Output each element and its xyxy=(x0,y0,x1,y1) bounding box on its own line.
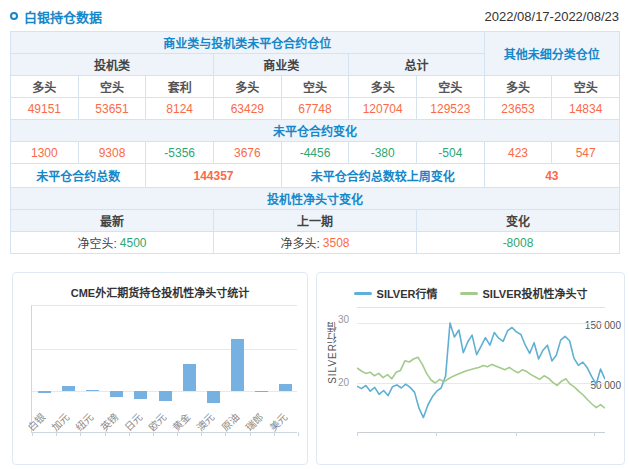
change-value-cell: 423 xyxy=(485,142,553,164)
total-value: 144357 xyxy=(146,164,281,188)
bar-澳元 xyxy=(207,391,220,403)
table-col-header: 多头 xyxy=(349,76,417,98)
net-latest-label: 净空头: xyxy=(77,234,116,251)
position-value-cell: 129523 xyxy=(417,98,485,120)
change-value-cell: -4456 xyxy=(282,142,350,164)
table-col-header: 空头 xyxy=(417,76,485,98)
bar-瑞郎 xyxy=(255,391,268,392)
series-line-SILVER投机性净头寸 xyxy=(357,357,605,408)
positions-table: 商业类与投机类未平仓合约仓位 其他未细分类仓位 投机类 商业类 总计 未平仓合约… xyxy=(10,31,620,254)
total-change-value: 43 xyxy=(485,164,620,188)
table-col-header: 空头 xyxy=(79,76,147,98)
table-col-header: 空头 xyxy=(552,76,620,98)
net-change-value: -8008 xyxy=(417,232,620,254)
change-value-cell: 3676 xyxy=(214,142,282,164)
legend-swatch xyxy=(460,292,478,295)
total-change-label: 未平仓合约总数较上周变化 xyxy=(282,164,485,188)
page: 白银持仓数据 2022/08/17-2022/08/23 商业类与投机类未平仓合… xyxy=(0,0,629,469)
change-value-cell: -380 xyxy=(349,142,417,164)
bar-chart-panel: CME外汇期货持仓投机性净头寸统计 白银加元纽元英镑日元欧元黄金澳元原油瑞郎美元 xyxy=(12,272,308,465)
net-prev-label: 净多头: xyxy=(280,234,319,251)
net-latest-cell: 净空头: 4500 xyxy=(11,232,214,254)
table-col-header: 套利 xyxy=(146,76,214,98)
total-label: 未平仓合约总数 xyxy=(11,164,146,188)
position-value-cell: 49151 xyxy=(11,98,79,120)
bar-美元 xyxy=(279,384,292,392)
net-prev-value: 3508 xyxy=(323,236,350,250)
net-col-header: 上一期 xyxy=(214,210,417,232)
x-axis-tick xyxy=(298,432,299,436)
legend-label: SILVER行情 xyxy=(377,285,438,301)
legend-item-SILVER投机性净头寸[interactable]: SILVER投机性净头寸 xyxy=(460,285,588,301)
change-value-cell: 547 xyxy=(552,142,620,164)
date-range: 2022/08/17-2022/08/23 xyxy=(485,9,619,24)
net-col-header: 最新 xyxy=(11,210,214,232)
position-value-cell: 14834 xyxy=(552,98,620,120)
net-latest-value: 4500 xyxy=(120,236,147,250)
left-axis-tick: 20 xyxy=(323,377,349,388)
table-col-header: 多头 xyxy=(214,76,282,98)
legend-swatch xyxy=(354,292,372,295)
page-title: 白银持仓数据 xyxy=(10,7,102,26)
bar-纽元 xyxy=(86,390,99,391)
legend-label: SILVER投机性净头寸 xyxy=(483,285,588,301)
bar-加元 xyxy=(62,386,75,391)
net-prev-cell: 净多头: 3508 xyxy=(214,232,417,254)
line-chart-panel: SILVER行情SILVER投机性净头寸 SILVER行情 3020150 00… xyxy=(316,272,625,465)
topbar: 白银持仓数据 2022/08/17-2022/08/23 xyxy=(10,6,619,26)
left-axis-title: SILVER行情 xyxy=(325,321,340,384)
position-value-cell: 120704 xyxy=(349,98,417,120)
change-value-cell: 1300 xyxy=(11,142,79,164)
position-value-cell: 53651 xyxy=(79,98,147,120)
bar-原油 xyxy=(231,339,244,391)
bar-白银 xyxy=(38,391,51,392)
line-chart-svg xyxy=(357,308,605,434)
subgroup-commercial: 商业类 xyxy=(214,54,349,76)
change-value-cell: 9308 xyxy=(79,142,147,164)
left-axis-tick: 30 xyxy=(323,314,349,325)
group-header-right: 其他未细分类仓位 xyxy=(485,32,620,76)
position-value-cell: 63429 xyxy=(214,98,282,120)
bar-黄金 xyxy=(183,364,196,391)
change-header: 未平仓合约变化 xyxy=(11,120,620,142)
bar-欧元 xyxy=(159,391,172,401)
subgroup-total: 总计 xyxy=(349,54,484,76)
position-value-cell: 23653 xyxy=(485,98,553,120)
table-col-header: 多头 xyxy=(485,76,553,98)
position-value-cell: 67748 xyxy=(282,98,350,120)
gridline xyxy=(32,349,297,350)
bar-英镑 xyxy=(110,391,123,397)
series-line-SILVER行情 xyxy=(357,323,605,418)
bullet-icon xyxy=(10,12,18,20)
bar-日元 xyxy=(134,391,147,399)
group-header-left: 商业类与投机类未平仓合约仓位 xyxy=(11,32,485,54)
subgroup-speculative: 投机类 xyxy=(11,54,214,76)
net-header: 投机性净头寸变化 xyxy=(11,188,620,210)
position-value-cell: 8124 xyxy=(146,98,214,120)
bar-chart-title: CME外汇期货持仓投机性净头寸统计 xyxy=(13,284,307,300)
chart-legend: SILVER行情SILVER投机性净头寸 xyxy=(317,285,624,301)
table-col-header: 多头 xyxy=(11,76,79,98)
net-col-header: 变化 xyxy=(417,210,620,232)
table-col-header: 空头 xyxy=(282,76,350,98)
page-title-text: 白银持仓数据 xyxy=(24,7,102,26)
line-plot xyxy=(357,307,605,433)
change-value-cell: -504 xyxy=(417,142,485,164)
change-value-cell: -5356 xyxy=(146,142,214,164)
legend-item-SILVER行情[interactable]: SILVER行情 xyxy=(354,285,438,301)
